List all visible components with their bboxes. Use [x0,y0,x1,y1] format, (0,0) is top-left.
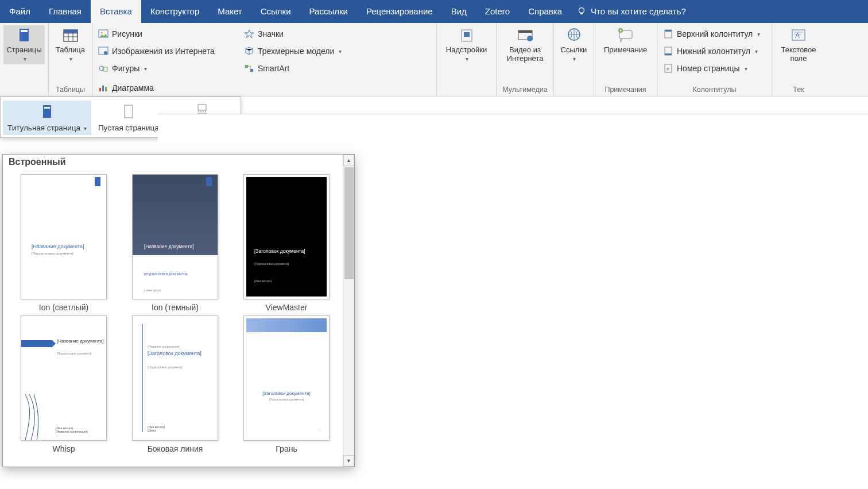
svg-text:#: # [666,67,669,72]
comment-button[interactable]: Примечание [598,25,653,56]
tab-help[interactable]: Справка [519,0,571,23]
link-icon [565,26,583,45]
svg-rect-28 [665,30,672,32]
table-icon [61,26,80,45]
pages-group-label [3,93,45,96]
cube-icon [244,46,254,56]
svg-rect-12 [245,65,248,68]
comments-group-label: Примечания [598,84,653,96]
pages-button[interactable]: Страницы▾ [3,25,45,64]
header-icon [663,29,673,39]
links-button[interactable]: Ссылки▾ [557,25,590,64]
cover-template-ion-light[interactable]: [Название документа] [Подзаголовок докум… [12,174,115,312]
scroll-thumb[interactable] [344,167,354,279]
tab-layout[interactable]: Макет [208,0,251,23]
video-icon [516,26,534,45]
tab-home[interactable]: Главная [40,0,91,23]
icons-button[interactable]: Значки [242,25,356,43]
tell-me-input[interactable]: Что вы хотите сделать? [571,0,692,23]
svg-rect-37 [125,105,133,118]
addin-icon [458,26,476,45]
tab-references[interactable]: Ссылки [251,0,300,23]
page-icon [15,26,33,45]
footer-icon [663,46,673,56]
gallery-section-header: Встроенный [3,155,343,170]
addins-button[interactable]: Надстройки▾ [440,25,493,64]
tab-insert[interactable]: Вставка [91,0,141,23]
blank-page-button[interactable]: Пустая страница [94,101,164,135]
pagenum-icon: # [663,63,673,74]
smartart-icon [244,63,254,74]
online-pictures-button[interactable]: Изображения из Интернета [96,43,239,60]
svg-marker-11 [245,30,254,38]
page-number-button[interactable]: #Номер страницы ▾ [661,60,768,77]
footer-button[interactable]: Нижний колонтитул ▾ [661,43,768,60]
tab-file[interactable]: Файл [0,0,40,23]
svg-rect-36 [44,107,50,109]
menu-tabbar: Файл Главная Вставка Конструктор Макет С… [0,0,868,23]
cover-page-icon [38,103,56,121]
svg-point-8 [104,51,107,55]
textbox-button[interactable]: A Текстовое поле [776,25,822,64]
blank-page-icon [119,103,138,121]
svg-rect-4 [64,30,78,33]
tab-view[interactable]: Вид [442,0,476,23]
cover-page-gallery: Встроенный [Название документа] [Подзаго… [2,154,355,467]
online-video-button[interactable]: Видео из Интернета [500,25,550,64]
cover-template-facet[interactable]: [Заголовок документа] [Подзаголовок доку… [235,315,338,453]
header-button[interactable]: Верхний колонтитул ▾ [661,25,768,43]
ribbon: Страницы▾ Таблица▾ Таблицы Рисунки Изобр… [0,23,868,97]
chart-icon [98,83,108,93]
svg-point-9 [99,66,104,71]
cover-template-ion-dark[interactable]: [Название документа] [ПОДЗАГОЛОВОК ДОКУМ… [123,174,227,312]
shapes-icon [98,63,108,74]
tab-mailings[interactable]: Рассылки [300,0,357,23]
chart-button[interactable]: Диаграмма [96,79,176,97]
picture-icon [98,29,108,39]
text-group-label: Тек [776,84,822,96]
svg-point-0 [579,8,584,13]
lightbulb-icon [577,7,586,16]
smartart-button[interactable]: SmartArt [242,60,356,77]
svg-rect-38 [198,105,206,110]
table-button[interactable]: Таблица▾ [52,25,88,64]
tab-review[interactable]: Рецензирование [357,0,442,23]
cover-template-sidebar[interactable]: [Название организации] [Заголовок докуме… [123,315,227,453]
svg-text:A: A [795,32,800,40]
gallery-scrollbar[interactable]: ▲ ▼ [343,155,354,467]
scroll-up-button[interactable]: ▲ [343,155,354,166]
cover-template-whisp[interactable]: [Название документа] [Подзаголовок докум… [12,315,115,453]
svg-rect-2 [21,30,28,32]
tables-group-label: Таблицы [52,84,88,96]
cover-template-viewmaster[interactable]: [Заголовок документа] [Подзаголовок доку… [235,174,338,312]
3d-models-button[interactable]: Трехмерные модели ▾ [242,43,356,60]
svg-rect-22 [518,30,532,33]
scroll-down-button[interactable]: ▼ [343,455,354,467]
svg-rect-16 [105,87,107,91]
svg-rect-13 [250,69,253,72]
tab-design[interactable]: Конструктор [141,0,209,23]
tab-zotero[interactable]: Zotero [476,0,519,23]
shapes-button[interactable]: Фигуры ▾ [96,60,239,77]
pictures-button[interactable]: Рисунки [96,25,239,43]
media-group-label: Мультимедиа [500,84,550,96]
svg-rect-20 [464,32,470,37]
textbox-icon: A [789,26,808,45]
svg-point-6 [101,32,103,34]
svg-rect-15 [102,86,104,91]
headerfooter-group-label: Колонтитулы [661,84,768,96]
cover-page-button[interactable]: Титульная страница ▾ [3,101,91,135]
svg-rect-30 [665,53,672,55]
svg-rect-14 [99,88,101,91]
online-picture-icon [98,46,108,56]
svg-point-23 [527,36,533,41]
comment-icon [617,26,635,45]
icons-icon [244,29,254,39]
